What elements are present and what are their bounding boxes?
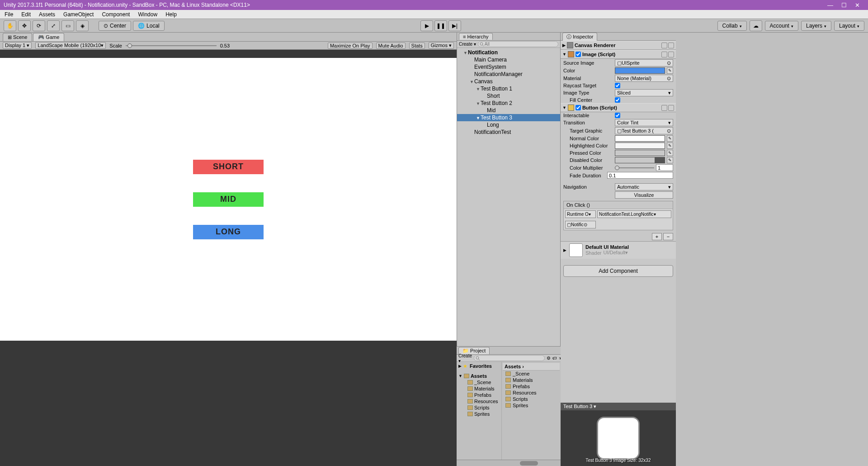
project-list-item[interactable]: Prefabs xyxy=(503,383,560,390)
hierarchy-item[interactable]: Mid xyxy=(457,107,560,114)
account-button[interactable]: Account xyxy=(765,21,798,31)
hierarchy-item[interactable]: ▼Test Button 3 xyxy=(457,114,560,121)
project-list-item[interactable]: _Scene xyxy=(503,371,560,377)
material-field[interactable]: None (Material)⊙ xyxy=(615,75,673,82)
highlighted-color-field[interactable] xyxy=(615,143,665,149)
project-filter-icon[interactable]: ⚙ xyxy=(547,356,551,361)
move-tool-icon[interactable]: ✥ xyxy=(18,20,31,31)
scale-slider[interactable] xyxy=(126,43,217,49)
minimize-icon[interactable]: — xyxy=(827,2,833,9)
navigation-dropdown[interactable]: Automatic▾ xyxy=(615,183,673,190)
play-icon[interactable]: ▶ xyxy=(420,20,433,31)
color-multiplier-slider[interactable] xyxy=(615,165,654,171)
transition-dropdown[interactable]: Color Tint▾ xyxy=(615,119,673,126)
project-folder[interactable]: Resources xyxy=(458,398,500,404)
image-enabled-checkbox[interactable] xyxy=(576,52,581,57)
game-button-mid[interactable]: MID xyxy=(193,192,264,207)
scale-tool-icon[interactable]: ⤢ xyxy=(47,20,60,31)
rotate-tool-icon[interactable]: ⟳ xyxy=(33,20,45,31)
onclick-method-dropdown[interactable]: NotificationTest.LongNotific▾ xyxy=(597,210,671,218)
onclick-add-button[interactable]: + xyxy=(652,233,662,240)
component-canvas-renderer[interactable]: ▶ Canvas Renderer xyxy=(561,41,676,50)
space-toggle[interactable]: 🌐 Local xyxy=(133,21,165,31)
pressed-color-field[interactable] xyxy=(615,150,665,156)
tab-game[interactable]: 🎮 Game xyxy=(33,33,64,41)
display-dropdown[interactable]: Display 1 ▾ xyxy=(3,42,32,49)
project-folder[interactable]: Materials xyxy=(458,385,500,392)
image-type-dropdown[interactable]: Sliced▾ xyxy=(615,89,673,96)
hierarchy-search-input[interactable] xyxy=(478,41,558,47)
disabled-color-field[interactable] xyxy=(615,157,665,163)
visualize-button[interactable]: Visualize xyxy=(615,191,673,199)
interactable-checkbox[interactable] xyxy=(615,113,620,118)
project-list-item[interactable]: Sprites xyxy=(503,402,560,409)
hierarchy-item[interactable]: NotificationManager xyxy=(457,71,560,78)
collab-button[interactable]: Collab xyxy=(717,21,747,31)
menu-help[interactable]: Help xyxy=(165,11,177,18)
image-color-field[interactable] xyxy=(615,67,665,74)
hierarchy-create-button[interactable]: Create ▾ xyxy=(459,42,476,47)
hierarchy-item[interactable]: NotificationTest xyxy=(457,128,560,136)
onclick-state-dropdown[interactable]: Runtime O▾ xyxy=(565,210,596,218)
color-picker-icon[interactable]: ✎ xyxy=(667,150,673,156)
source-image-field[interactable]: ▢ UISprite⊙ xyxy=(615,59,673,67)
menu-gameobject[interactable]: GameObject xyxy=(63,11,94,18)
project-list-item[interactable]: Resources xyxy=(503,390,560,396)
button-enabled-checkbox[interactable] xyxy=(576,105,581,110)
project-folder[interactable]: Sprites xyxy=(458,411,500,417)
layers-button[interactable]: Layers xyxy=(801,21,831,31)
menu-window[interactable]: Window xyxy=(138,11,157,18)
project-label-icon[interactable]: 🏷 xyxy=(552,356,557,361)
target-graphic-field[interactable]: ▢ Test Button 3 (⊙ xyxy=(615,127,673,134)
color-picker-icon[interactable]: ✎ xyxy=(667,135,673,142)
game-button-short[interactable]: SHORT xyxy=(193,160,264,174)
hierarchy-item[interactable]: Long xyxy=(457,121,560,128)
shader-dropdown[interactable]: UI/Default▾ xyxy=(603,250,628,256)
hierarchy-item[interactable]: Short xyxy=(457,92,560,100)
onclick-target-field[interactable]: ▢ Notific ⊙ xyxy=(565,221,596,228)
pause-icon[interactable]: ❚❚ xyxy=(434,20,447,31)
normal-color-field[interactable] xyxy=(615,135,665,142)
hierarchy-item[interactable]: ▼Test Button 1 xyxy=(457,85,560,92)
component-image[interactable]: ▼ Image (Script) xyxy=(561,50,676,59)
rect-tool-icon[interactable]: ▭ xyxy=(61,20,74,31)
project-breadcrumb[interactable]: Assets › xyxy=(503,363,560,371)
project-scrollbar[interactable] xyxy=(457,460,561,466)
aspect-dropdown[interactable]: LandScape Mobile (1920x10▾ xyxy=(35,42,106,49)
onclick-remove-button[interactable]: − xyxy=(663,233,673,240)
hierarchy-item[interactable]: ▼Notification xyxy=(457,49,560,56)
project-search-input[interactable] xyxy=(474,355,545,361)
component-material[interactable]: ▶ Default UI Material ShaderUI/Default▾ xyxy=(561,241,676,259)
gear-icon[interactable] xyxy=(668,52,674,57)
color-picker-icon[interactable]: ✎ xyxy=(667,157,673,163)
maximize-on-play-toggle[interactable]: Maximize On Play xyxy=(328,43,373,49)
close-icon[interactable]: ✕ xyxy=(855,2,860,9)
mute-audio-toggle[interactable]: Mute Audio xyxy=(376,43,406,49)
hierarchy-item[interactable]: Main Camera xyxy=(457,56,560,63)
step-icon[interactable]: ▶| xyxy=(448,20,461,31)
hierarchy-item[interactable]: ▼Canvas xyxy=(457,78,560,85)
fill-center-checkbox[interactable] xyxy=(615,97,620,103)
tab-scene[interactable]: ⊞ Scene xyxy=(3,33,32,41)
maximize-icon[interactable]: ☐ xyxy=(841,2,847,9)
cloud-icon[interactable]: ☁ xyxy=(750,20,762,31)
project-favorites[interactable]: ▶★Favorites xyxy=(458,363,500,369)
tab-inspector[interactable]: ⓘ Inspector xyxy=(562,33,597,41)
menu-assets[interactable]: Assets xyxy=(39,11,55,18)
help-icon[interactable] xyxy=(661,43,667,48)
game-button-long[interactable]: LONG xyxy=(193,225,264,239)
color-picker-icon[interactable]: ✎ xyxy=(667,143,673,149)
stats-toggle[interactable]: Stats xyxy=(409,43,425,49)
menu-component[interactable]: Component xyxy=(102,11,130,18)
project-folder[interactable]: Scripts xyxy=(458,404,500,411)
project-list-item[interactable]: Scripts xyxy=(503,396,560,402)
tab-hierarchy[interactable]: ≡ Hierarchy xyxy=(459,33,493,40)
help-icon[interactable] xyxy=(661,105,667,111)
gear-icon[interactable] xyxy=(668,43,674,48)
gear-icon[interactable] xyxy=(668,105,674,111)
hierarchy-item[interactable]: EventSystem xyxy=(457,63,560,71)
project-assets-root[interactable]: ▼Assets xyxy=(458,373,500,379)
layout-button[interactable]: Layout xyxy=(834,21,864,31)
project-list-item[interactable]: Materials xyxy=(503,377,560,383)
add-component-button[interactable]: Add Component xyxy=(563,265,673,277)
